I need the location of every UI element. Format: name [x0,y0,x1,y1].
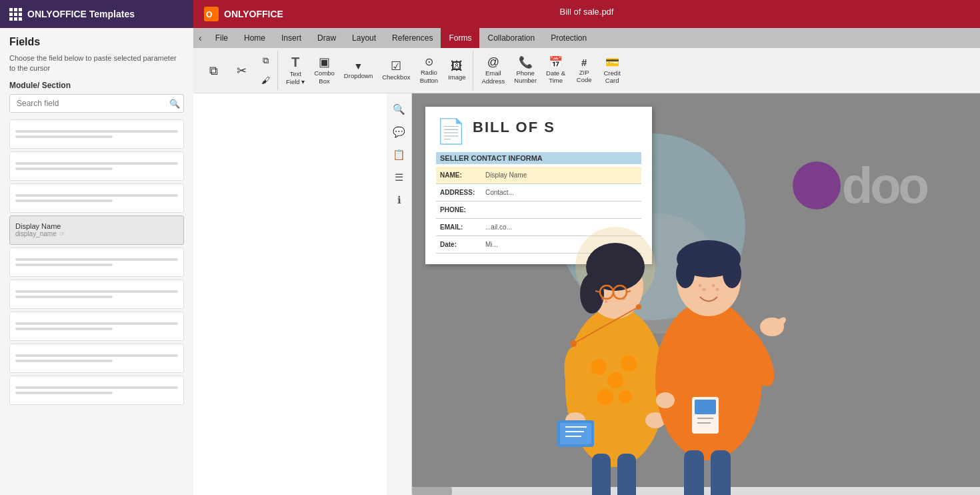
toolbar-group-inputs: @ EmailAddress 📞 PhoneNumber 📅 Date &Tim… [475,51,628,90]
credit-card-button[interactable]: 💳 CreditCard [599,51,625,90]
doc-page: 📄 BILL OF S SELLER CONTACT INFORMA NAME:… [425,107,652,264]
zip-code-button[interactable]: # ZIPCode [571,51,597,90]
dropdown-icon: ▼ [354,61,363,71]
toolbar-group-fields: T TextField ▾ ▣ ComboBox ▼ Dropdown ☑ Ch… [279,51,473,90]
svg-rect-36 [695,400,716,414]
doc-email-row: EMAIL: ...ail.co... [436,219,641,236]
email-icon: @ [487,56,499,68]
svg-point-47 [721,314,783,392]
cut-button[interactable]: ✂ [228,51,255,90]
search-container: 🔍 [0,94,193,119]
svg-point-7 [591,359,607,375]
svg-point-48 [760,318,784,336]
zip-label: ZIPCode [577,69,592,84]
image-button[interactable]: 🖼 Image [443,51,470,90]
menu-item-forms[interactable]: Forms [441,28,479,48]
search-input[interactable] [9,94,184,113]
list-icon[interactable]: ☰ [389,167,410,188]
menu-back-button[interactable]: ‹ [193,28,207,48]
svg-point-50 [657,337,681,397]
svg-point-49 [775,316,788,328]
svg-point-3 [570,340,577,347]
search-button[interactable]: 🔍 [169,99,180,109]
svg-rect-27 [557,420,594,447]
fields-list: Display Name display_name ☞ [0,119,193,495]
copy-button[interactable]: ⧉ [200,51,227,90]
field-line [15,167,113,170]
menu-item-references[interactable]: References [384,28,441,48]
svg-point-10 [597,389,613,405]
field-item-sub: display_name ☞ [15,230,178,237]
field-item[interactable] [9,376,184,405]
field-line [15,130,178,133]
fields-description: Choose the field below to paste selected… [0,51,193,81]
image-icon: 🖼 [451,60,463,72]
zoom-icon[interactable]: 🔍 [389,99,410,120]
paste-icon: ⧉ [263,55,269,66]
field-item[interactable] [9,280,184,309]
right-content: O ONLYOFFICE Bill of sale.pdf ‹ File Hom… [193,0,980,495]
text-field-button[interactable]: T TextField ▾ [282,51,309,90]
svg-point-8 [607,372,623,388]
field-item[interactable] [9,312,184,341]
radio-button-button[interactable]: ⊙ RadioButton [415,51,442,90]
field-item[interactable] [9,151,184,181]
field-sub-text: display_name [15,230,57,237]
phone-number-button[interactable]: 📞 PhoneNumber [510,51,541,90]
field-item[interactable] [9,183,184,213]
display-name-field-item[interactable]: Display Name display_name ☞ [9,215,184,245]
svg-point-11 [619,390,632,404]
doc-section-title: SELLER CONTACT INFORMA [436,152,641,164]
field-line [15,328,113,330]
doc-phone-row: PHONE: [436,201,641,219]
radio-label: RadioButton [420,69,438,84]
image-label: Image [448,73,465,81]
menu-item-insert[interactable]: Insert [273,28,309,48]
format-paste-button[interactable]: 🖌 [256,71,275,90]
menu-item-collaboration[interactable]: Collaboration [479,28,543,48]
doc-hscroll-thumb [412,487,452,495]
field-line [15,392,113,394]
field-line [15,322,178,325]
doc-email-label: EMAIL: [436,221,483,233]
format-paste-icon: 🖌 [261,75,270,85]
doc-name-row: NAME: Display Name [436,167,641,184]
copy-icon: ⧉ [209,65,218,77]
checkbox-button[interactable]: ☑ Checkbox [378,51,414,90]
paste-button[interactable]: ⧉ [256,51,275,70]
menu-item-file[interactable]: File [207,28,236,48]
doc-hscroll[interactable] [412,487,980,495]
combo-box-button[interactable]: ▣ ComboBox [310,51,339,90]
dropdown-label: Dropdown [344,72,373,79]
left-panel: ONLYOFFICE Templates Fields Choose the f… [0,0,193,495]
field-item[interactable] [9,119,184,149]
menu-item-layout[interactable]: Layout [344,28,384,48]
review-icon[interactable]: 📋 [389,144,410,165]
editor-topbar: O ONLYOFFICE Bill of sale.pdf [193,0,980,28]
phone-icon: 📞 [519,57,533,68]
comment-icon[interactable]: 💬 [389,121,410,143]
fields-panel: Fields Choose the field below to paste s… [0,28,193,495]
svg-point-26 [645,412,665,428]
doc-address-row: ADDRESS: Contact... [436,184,641,201]
doc-date-value: Mi... [483,238,641,251]
field-line [15,264,113,266]
field-item[interactable] [9,248,184,277]
menu-item-draw[interactable]: Draw [309,28,344,48]
field-line [15,290,178,293]
email-address-button[interactable]: @ EmailAddress [477,51,509,90]
credit-card-icon: 💳 [605,57,619,68]
info-icon[interactable]: ℹ [389,189,410,211]
credit-card-label: CreditCard [603,69,620,85]
date-time-button[interactable]: 📅 Date &Time [542,51,569,90]
doc-header: 📄 BILL OF S [436,117,641,145]
svg-rect-28 [560,423,591,444]
menu-item-protection[interactable]: Protection [543,28,595,48]
menu-item-home[interactable]: Home [236,28,273,48]
doc-email-value: ...ail.co... [483,221,641,233]
text-field-icon: T [291,55,299,69]
dropdown-button[interactable]: ▼ Dropdown [340,51,377,90]
editor-sidebar: 🔍 💬 📋 ☰ ℹ [387,93,412,495]
field-item[interactable] [9,344,184,373]
editor-logo: O ONLYOFFICE [204,7,283,21]
